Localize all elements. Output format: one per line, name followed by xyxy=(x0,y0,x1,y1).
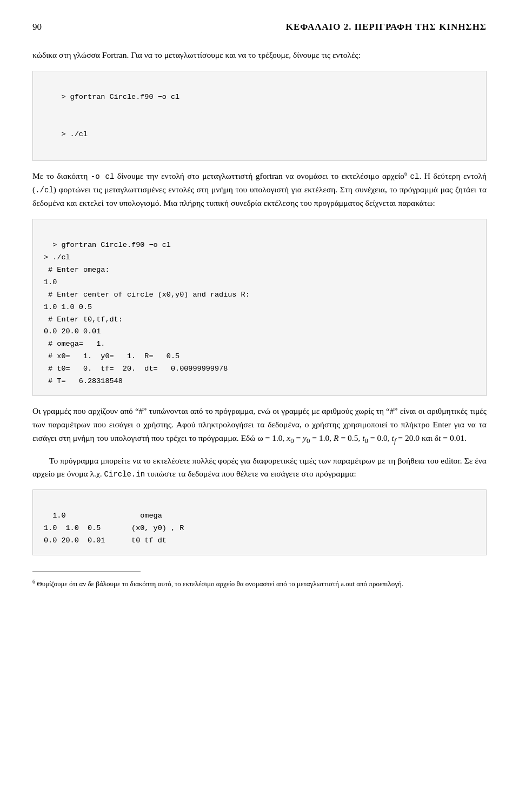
footnote-content: Θυμίζουμε ότι αν δε βάλουμε το διακόπτη … xyxy=(37,580,403,588)
footnote-number: 6 xyxy=(32,579,35,585)
middle-code-2: cl xyxy=(410,173,420,182)
page-container: 90 ΚΕΦΑΛΑΙΟ 2. ΠΕΡΙΓΡΑΦΗ ΤΗΣ ΚΙΝΗΣΗΣ κώδ… xyxy=(0,0,519,812)
footnote-ref: 6 xyxy=(404,171,407,177)
middle-text-post2: ) φορτώ­νει τις μεταγλωττισμένες εντολές… xyxy=(32,185,487,207)
intro-text: κώδικα στη γλώσσα Fortran. Για να το μετ… xyxy=(32,50,361,59)
page-header: 90 ΚΕΦΑΛΑΙΟ 2. ΠΕΡΙΓΡΑΦΗ ΤΗΣ ΚΙΝΗΣΗΣ xyxy=(32,22,487,32)
after-code-para2: Το πρόγραμμα μπορείτε να το εκτελέσετε π… xyxy=(32,454,487,481)
middle-text-pre: Με το διακόπτη xyxy=(32,172,91,181)
after-code-text-2: Το πρόγραμμα μπορείτε να το εκτελέσετε π… xyxy=(32,456,487,479)
code-line-2: > ./cl xyxy=(61,130,88,138)
page-number: 90 xyxy=(32,22,42,32)
code-block-1: > gfortran Circle.f90 −o cl > ./cl xyxy=(32,71,487,162)
code-line-1: > gfortran Circle.f90 −o cl xyxy=(61,93,179,101)
middle-text-mid: δίνουμε την εντολή στο μεταγλωττιστή gfo… xyxy=(114,172,404,181)
code-block-2: > gfortran Circle.f90 −o cl > ./cl # Ent… xyxy=(32,219,487,396)
after-code-text-1: Οι γραμμές που αρχίζουν από “#” τυπώνοντ… xyxy=(32,406,487,442)
middle-code-1: -o cl xyxy=(91,173,115,182)
after-code-para1: Οι γραμμές που αρχίζουν από “#” τυπώνοντ… xyxy=(32,405,487,446)
middle-paragraph: Με το διακόπτη -o cl δίνουμε την εντολή … xyxy=(32,170,487,210)
footnote: 6 Θυμίζουμε ότι αν δε βάλουμε το διακόπτ… xyxy=(32,578,487,589)
intro-paragraph: κώδικα στη γλώσσα Fortran. Για να το μετ… xyxy=(32,49,487,62)
footnote-divider xyxy=(32,572,141,572)
chapter-title: ΚΕΦΑΛΑΙΟ 2. ΠΕΡΙΓΡΑΦΗ ΤΗΣ ΚΙΝΗΣΗΣ xyxy=(286,22,487,32)
middle-code-3: ./cl xyxy=(35,186,54,194)
code-block-3: 1.0 omega 1.0 1.0 0.5 (x0, y0) , R 0.0 2… xyxy=(32,489,487,555)
